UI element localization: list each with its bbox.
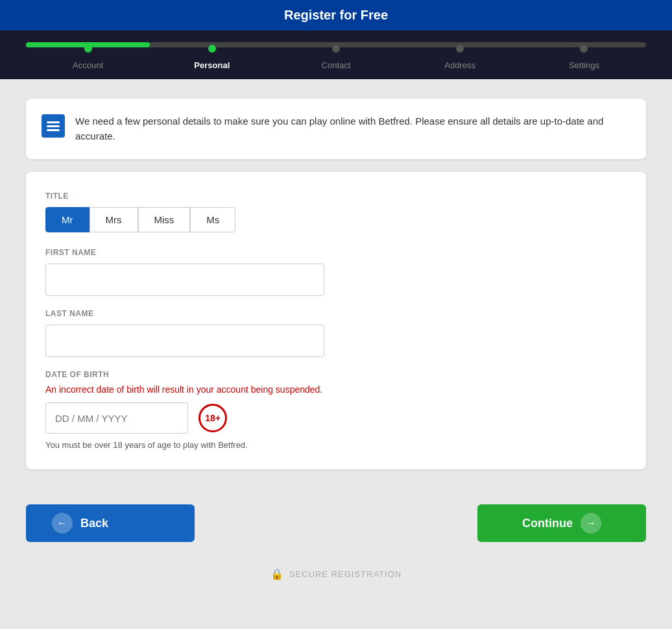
step-circle-personal: [208, 45, 216, 53]
title-mrs-button[interactable]: Mrs: [90, 207, 138, 232]
bottom-buttons: ← Back Continue →: [0, 489, 672, 558]
title-field-label: TITLE: [45, 191, 627, 201]
main-content: We need a few personal details to make s…: [0, 79, 672, 489]
back-arrow-icon: ←: [52, 513, 73, 534]
page-header: Register for Free: [0, 0, 672, 31]
info-box: We need a few personal details to make s…: [26, 99, 646, 159]
step-account: Account: [26, 45, 150, 70]
step-label-settings: Settings: [569, 60, 599, 70]
secure-text: SECURE REGISTRATION: [289, 569, 402, 579]
step-label-contact: Contact: [322, 60, 351, 70]
step-label-personal: Personal: [194, 60, 230, 70]
step-personal: Personal: [150, 45, 274, 70]
info-icon: [42, 114, 65, 138]
dob-note: You must be over 18 years of age to play…: [45, 440, 627, 450]
step-circle-contact: [332, 45, 340, 53]
dob-label: DATE OF BIRTH: [45, 370, 627, 379]
title-ms-button[interactable]: Ms: [190, 207, 235, 232]
step-circle-settings: [580, 45, 588, 53]
info-icon-line-2: [47, 125, 60, 127]
info-icon-line-3: [47, 129, 60, 131]
back-button-label: Back: [80, 517, 108, 530]
title-miss-button[interactable]: Miss: [138, 207, 191, 232]
first-name-input[interactable]: [45, 264, 324, 296]
step-settings: Settings: [522, 45, 646, 70]
title-mr-button[interactable]: Mr: [45, 207, 90, 232]
age-badge: 18+: [198, 404, 227, 432]
dob-warning: An incorrect date of birth will result i…: [45, 384, 627, 395]
last-name-label: LAST NAME: [45, 309, 627, 318]
dob-input[interactable]: [45, 402, 188, 434]
title-buttons: Mr Mrs Miss Ms: [45, 207, 627, 232]
steps-row: Account Personal Contact Address Setting…: [26, 45, 646, 70]
step-circle-account: [84, 45, 92, 53]
step-contact: Contact: [274, 45, 398, 70]
info-icon-line-1: [47, 121, 60, 123]
continue-button-label: Continue: [522, 517, 573, 530]
dob-section: DATE OF BIRTH An incorrect date of birth…: [45, 370, 627, 450]
info-icon-lines: [47, 121, 60, 131]
progress-section: Account Personal Contact Address Setting…: [0, 31, 672, 79]
last-name-input[interactable]: [45, 325, 324, 357]
page-title: Register for Free: [284, 8, 388, 22]
lock-icon: 🔒: [270, 568, 284, 580]
step-address: Address: [398, 45, 522, 70]
first-name-label: FIRST NAME: [45, 248, 627, 257]
step-label-account: Account: [73, 60, 103, 70]
step-label-address: Address: [444, 60, 475, 70]
form-box: TITLE Mr Mrs Miss Ms FIRST NAME LAST NAM…: [26, 172, 646, 469]
info-text: We need a few personal details to make s…: [75, 114, 630, 143]
continue-arrow-icon: →: [581, 513, 601, 534]
continue-button[interactable]: Continue →: [477, 504, 646, 542]
dob-row: 18+: [45, 402, 627, 434]
secure-registration: 🔒 SECURE REGISTRATION: [0, 558, 672, 591]
back-button[interactable]: ← Back: [26, 504, 195, 542]
step-circle-address: [456, 45, 464, 53]
